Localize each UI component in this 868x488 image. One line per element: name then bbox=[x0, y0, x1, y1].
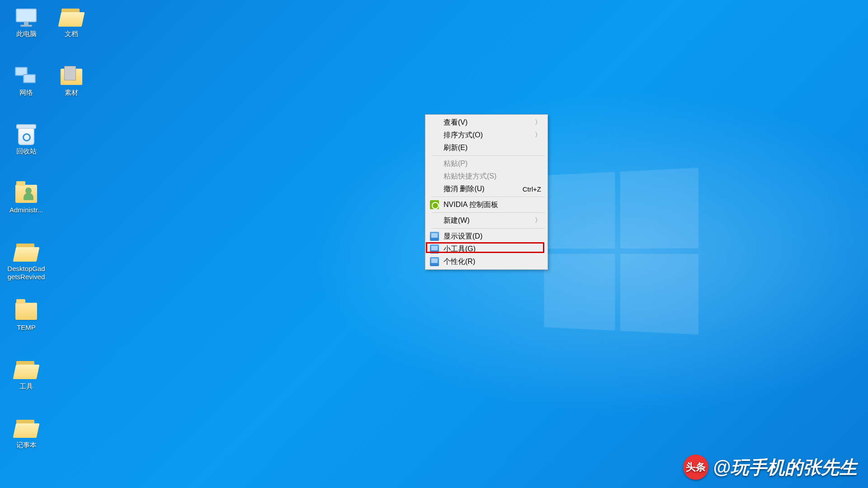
menu-item-refresh[interactable]: 刷新(E) bbox=[426, 141, 547, 154]
menu-label: 排序方式(O) bbox=[443, 131, 483, 140]
desktop-icon-gadgets-revived[interactable]: DesktopGad getsRevived bbox=[4, 239, 49, 296]
submenu-arrow-icon: 〉 bbox=[535, 131, 541, 139]
folder-icon bbox=[59, 64, 84, 89]
folder-icon bbox=[59, 5, 84, 30]
desktop-icon-documents[interactable]: 文档 bbox=[49, 4, 94, 61]
submenu-arrow-icon: 〉 bbox=[535, 118, 541, 127]
desktop-icon-administrator[interactable]: Administr... bbox=[4, 180, 49, 238]
icon-label: 文档 bbox=[65, 30, 78, 38]
watermark: 头条 @玩手机的张先生 bbox=[683, 455, 857, 480]
monitor-icon bbox=[430, 244, 439, 253]
network-icon bbox=[14, 64, 38, 89]
watermark-logo-text: 头条 bbox=[686, 460, 706, 474]
icon-label: 素材 bbox=[65, 89, 78, 97]
monitor-icon bbox=[430, 232, 439, 241]
user-folder-icon bbox=[14, 182, 38, 206]
folder-icon bbox=[14, 240, 38, 265]
submenu-arrow-icon: 〉 bbox=[535, 216, 541, 225]
nvidia-icon bbox=[430, 200, 439, 209]
menu-label: 粘贴快捷方式(S) bbox=[443, 172, 496, 181]
icon-label: 工具 bbox=[19, 382, 33, 390]
menu-item-view[interactable]: 查看(V) 〉 bbox=[426, 116, 547, 129]
icon-label: 回收站 bbox=[16, 147, 37, 155]
menu-item-gadgets[interactable]: 小工具(G) bbox=[426, 243, 547, 255]
menu-separator bbox=[432, 228, 545, 229]
desktop[interactable]: 此电脑 文档 网络 素材 回收站 Administr... DesktopGad… bbox=[0, 0, 868, 488]
wallpaper-windows-logo bbox=[544, 168, 702, 338]
menu-separator bbox=[432, 197, 545, 197]
watermark-logo-icon: 头条 bbox=[683, 455, 708, 480]
menu-item-new[interactable]: 新建(W) 〉 bbox=[426, 214, 547, 227]
menu-label: 新建(W) bbox=[443, 216, 470, 225]
desktop-icon-materials[interactable]: 素材 bbox=[49, 62, 94, 120]
this-pc-icon bbox=[14, 5, 38, 30]
folder-icon bbox=[14, 417, 38, 441]
menu-item-personalize[interactable]: 个性化(R) bbox=[426, 255, 547, 268]
monitor-icon bbox=[430, 257, 439, 266]
desktop-icon-this-pc[interactable]: 此电脑 bbox=[4, 4, 49, 61]
desktop-icon-temp[interactable]: TEMP bbox=[4, 297, 49, 355]
desktop-context-menu: 查看(V) 〉 排序方式(O) 〉 刷新(E) 粘贴(P) 粘贴快捷方式(S) … bbox=[425, 114, 548, 270]
folder-icon bbox=[14, 358, 38, 382]
recycle-bin-icon bbox=[14, 123, 38, 147]
menu-label: 小工具(G) bbox=[443, 244, 476, 254]
menu-label: 撤消 删除(U) bbox=[443, 184, 485, 194]
desktop-icon-network[interactable]: 网络 bbox=[4, 62, 49, 120]
menu-item-paste-shortcut: 粘贴快捷方式(S) bbox=[426, 170, 547, 183]
desktop-icon-recycle-bin[interactable]: 回收站 bbox=[4, 121, 49, 179]
icon-label: TEMP bbox=[17, 324, 36, 332]
menu-label: 显示设置(D) bbox=[443, 232, 482, 241]
watermark-text: @玩手机的张先生 bbox=[713, 455, 857, 480]
icon-label: 记事本 bbox=[16, 441, 37, 449]
icon-label: 网络 bbox=[19, 89, 33, 97]
menu-label: NVIDIA 控制面板 bbox=[443, 200, 498, 210]
menu-separator bbox=[432, 155, 545, 156]
icon-label: Administr... bbox=[9, 206, 43, 214]
icon-label: 此电脑 bbox=[16, 30, 37, 38]
menu-label: 刷新(E) bbox=[443, 143, 467, 153]
menu-label: 查看(V) bbox=[443, 118, 467, 127]
icon-label: DesktopGad getsRevived bbox=[7, 265, 45, 281]
desktop-icon-tools[interactable]: 工具 bbox=[4, 356, 49, 414]
menu-shortcut: Ctrl+Z bbox=[523, 185, 541, 193]
menu-label: 粘贴(P) bbox=[443, 159, 467, 169]
menu-separator bbox=[432, 212, 545, 213]
desktop-icon-notepad[interactable]: 记事本 bbox=[4, 415, 49, 473]
menu-item-sort[interactable]: 排序方式(O) 〉 bbox=[426, 129, 547, 141]
menu-label: 个性化(R) bbox=[443, 257, 475, 267]
menu-item-paste: 粘贴(P) bbox=[426, 157, 547, 170]
folder-icon bbox=[14, 299, 38, 324]
menu-item-nvidia[interactable]: NVIDIA 控制面板 bbox=[426, 198, 547, 211]
menu-item-undo-delete[interactable]: 撤消 删除(U) Ctrl+Z bbox=[426, 183, 547, 195]
menu-item-display-settings[interactable]: 显示设置(D) bbox=[426, 230, 547, 243]
desktop-icon-grid: 此电脑 文档 网络 素材 回收站 Administr... DesktopGad… bbox=[4, 4, 94, 473]
